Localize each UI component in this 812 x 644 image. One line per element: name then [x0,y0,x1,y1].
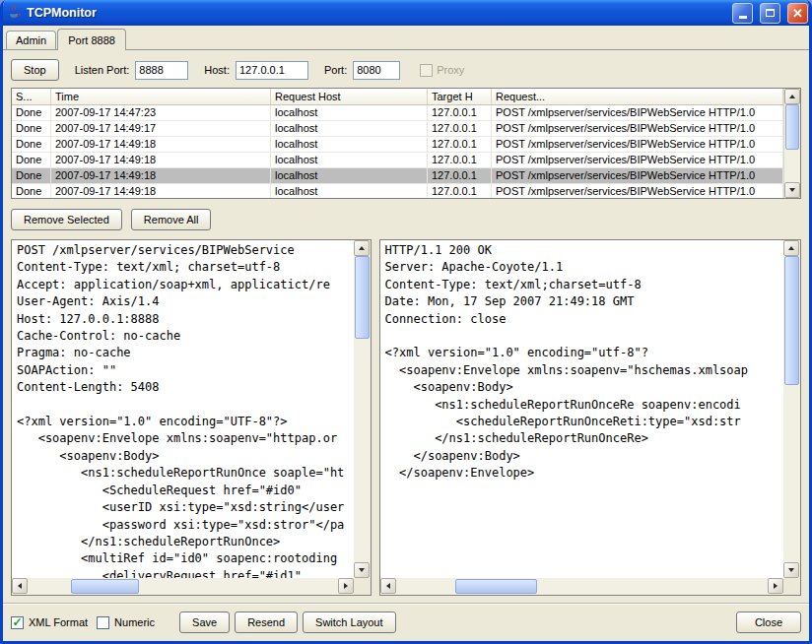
table-cell-state: Done [12,105,51,120]
host-label: Host: [204,64,230,76]
port-label: Port: [324,64,347,76]
scroll-left-icon [386,583,390,589]
proxy-checkbox-group: Proxy [420,64,464,77]
column-header-request-host[interactable]: Request Host [271,89,428,104]
request-scroll-up-button[interactable] [354,240,370,256]
close-icon: ✕ [792,7,803,20]
table-vscroll-track[interactable] [784,104,800,182]
table-row[interactable]: Done2007-09-17 14:49:17localhost127.0.0.… [12,121,783,137]
remove-all-button[interactable]: Remove All [131,209,212,230]
response-scroll-left-button[interactable] [380,578,396,594]
xml-format-checkbox[interactable]: ✓ [11,616,24,629]
column-header-target-host[interactable]: Target H [428,89,492,104]
table-cell-target: 127.0.0.1 [428,105,492,120]
stop-button[interactable]: Stop [11,59,59,81]
response-hscroll-thumb[interactable] [455,579,537,594]
table-cell-request: POST /xmlpserver/services/BIPWebService … [492,137,783,152]
table-row[interactable]: Done2007-09-17 14:47:23localhost127.0.0.… [12,105,783,121]
scroll-down-icon [789,188,795,192]
response-vscroll-track[interactable] [783,256,800,562]
response-scroll-corner [783,578,800,595]
remove-selected-button[interactable]: Remove Selected [11,209,122,230]
tab-bar: Admin Port 8888 [3,26,809,49]
table-cell-state: Done [12,137,51,152]
table-cell-request: POST /xmlpserver/services/BIPWebService … [492,184,783,198]
numeric-label: Numeric [114,616,155,628]
table-cell-state: Done [12,184,51,198]
title-bar[interactable]: TCPMonitor ✕ [0,0,812,26]
table-cell-target: 127.0.0.1 [428,121,492,136]
response-hscrollbar[interactable] [380,578,783,595]
table-row[interactable]: Done2007-09-17 14:49:18localhost127.0.0.… [12,184,783,198]
port-input[interactable] [353,61,400,80]
response-text[interactable]: HTTP/1.1 200 OK Server: Apache-Coyote/1.… [380,240,783,578]
response-vscroll-thumb[interactable] [784,256,799,385]
table-cell-time: 2007-09-17 14:49:18 [51,168,271,183]
host-input[interactable] [236,61,308,80]
table-row[interactable]: Done2007-09-17 14:49:18localhost127.0.0.… [12,168,783,184]
table-cell-state: Done [12,153,51,167]
close-button[interactable]: Close [736,612,801,633]
connections-table: S... Time Request Host Target H Request.… [11,88,801,199]
maximize-icon [766,9,775,17]
column-header-time[interactable]: Time [51,89,271,104]
request-vscrollbar[interactable] [354,240,371,578]
table-cell-request: POST /xmlpserver/services/BIPWebService … [492,153,783,167]
request-scroll-right-button[interactable] [338,578,354,594]
maximize-button[interactable] [760,3,780,24]
numeric-checkbox[interactable] [97,616,109,629]
request-vscroll-thumb[interactable] [355,256,370,339]
response-vscrollbar[interactable] [783,240,800,578]
request-hscrollbar[interactable] [12,578,354,595]
request-vscroll-track[interactable] [354,256,371,562]
table-cell-request_host: localhost [271,121,428,136]
toolbar: Stop Listen Port: Host: Port: Proxy [3,50,809,88]
response-pane: HTTP/1.1 200 OK Server: Apache-Coyote/1.… [379,239,801,596]
request-hscroll-thumb[interactable] [71,579,139,594]
table-cell-request_host: localhost [271,168,428,183]
table-vscrollbar[interactable] [783,89,800,198]
response-hscroll-track[interactable] [396,578,768,595]
table-cell-time: 2007-09-17 14:49:18 [51,137,271,152]
table-vscroll-thumb[interactable] [785,104,799,150]
switch-layout-button[interactable]: Switch Layout [303,612,395,633]
table-cell-request: POST /xmlpserver/services/BIPWebService … [492,168,783,183]
table-cell-target: 127.0.0.1 [428,168,492,183]
table-cell-time: 2007-09-17 14:47:23 [51,105,271,120]
table-row[interactable]: Done2007-09-17 14:49:18localhost127.0.0.… [12,137,783,153]
scroll-down-icon [788,568,794,572]
tab-admin[interactable]: Admin [6,31,56,49]
resend-button[interactable]: Resend [235,612,298,633]
response-scroll-up-button[interactable] [783,240,799,256]
column-header-state[interactable]: S... [12,89,51,104]
request-text[interactable]: POST /xmlpserver/services/BIPWebService … [12,240,354,578]
java-icon[interactable] [6,5,22,21]
table-header: S... Time Request Host Target H Request.… [12,89,783,105]
bottom-bar: ✓ XML Format Numeric Save Resend Switch … [3,603,809,641]
save-button[interactable]: Save [179,612,230,633]
response-scroll-down-button[interactable] [783,562,799,578]
table-row[interactable]: Done2007-09-17 14:49:18localhost127.0.0.… [12,153,783,168]
table-scroll-down-button[interactable] [784,182,800,198]
request-scroll-down-button[interactable] [354,562,370,578]
port-8888-panel: Stop Listen Port: Host: Port: Proxy S...… [3,49,809,641]
table-cell-target: 127.0.0.1 [428,184,492,198]
request-scroll-left-button[interactable] [12,578,28,594]
column-header-request[interactable]: Request... [492,89,783,104]
table-cell-request_host: localhost [271,153,428,167]
table-scroll-up-button[interactable] [784,89,800,104]
request-scroll-corner [354,578,371,595]
scroll-down-icon [359,568,365,572]
request-hscroll-track[interactable] [28,578,338,595]
scroll-right-icon [774,583,778,589]
listen-port-input[interactable] [135,61,188,80]
tab-port-8888[interactable]: Port 8888 [57,29,126,50]
connections-table-main: S... Time Request Host Target H Request.… [12,89,783,198]
table-cell-request: POST /xmlpserver/services/BIPWebService … [492,121,783,136]
request-table-body: Done2007-09-17 14:47:23localhost127.0.0.… [12,105,783,198]
close-window-button[interactable]: ✕ [787,3,808,24]
response-scroll-right-button[interactable] [768,578,783,594]
proxy-label: Proxy [437,64,464,76]
minimize-button[interactable] [732,3,753,24]
table-cell-request_host: localhost [271,105,428,120]
